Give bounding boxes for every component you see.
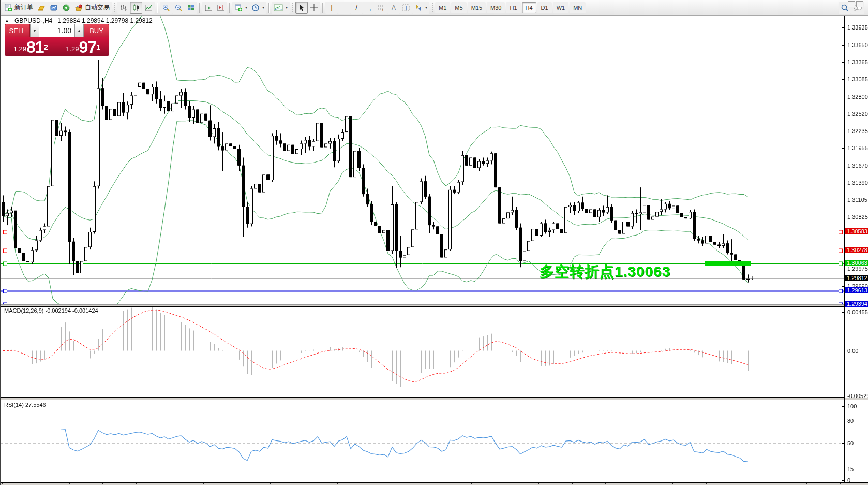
volume-increase-button[interactable]: ▲ xyxy=(74,24,84,37)
bar-chart-button[interactable] xyxy=(117,2,130,14)
rsi-pane-canvas[interactable] xyxy=(1,400,844,482)
buy-price-display[interactable]: 1.29 97 1 xyxy=(57,37,110,56)
time-tick xyxy=(505,483,505,484)
timeframe-button-m30[interactable]: M30 xyxy=(487,2,505,13)
horizontal-line-icon: — xyxy=(341,4,347,11)
time-tick xyxy=(2,483,3,484)
price-tick-label: 1.33365 xyxy=(847,59,868,65)
template-icon xyxy=(274,4,283,11)
rsi-tick-label: 15 xyxy=(847,466,854,472)
time-tick xyxy=(605,483,606,484)
timeframe-button-d1[interactable]: D1 xyxy=(537,2,552,13)
zoom-out-icon xyxy=(174,4,183,12)
fibonacci-button[interactable]: F xyxy=(375,2,387,14)
timeframe-button-m1[interactable]: M1 xyxy=(435,2,450,13)
timeframe-button-mn[interactable]: MN xyxy=(570,2,586,13)
price-tick-label: 1.30825 xyxy=(847,214,868,220)
price-tick-label: 1.32520 xyxy=(847,111,868,117)
zoom-in-button[interactable] xyxy=(160,2,172,14)
zoom-out-button[interactable] xyxy=(172,2,185,14)
signals-button[interactable] xyxy=(60,2,72,14)
crosshair-button[interactable] xyxy=(308,2,320,14)
toolbar-separator xyxy=(199,3,200,13)
chart-shift-icon xyxy=(217,4,225,12)
sell-price-display[interactable]: 1.29 81 2 xyxy=(5,37,57,56)
time-tick xyxy=(304,483,304,484)
text-label-button[interactable]: T xyxy=(400,2,412,14)
cursor-arrow-icon xyxy=(297,4,306,12)
line-chart-icon xyxy=(144,4,153,12)
sell-price-big: 81 xyxy=(26,39,44,55)
price-line-label: 1.30278 xyxy=(845,247,868,253)
time-tick xyxy=(840,483,841,484)
toolbar-separator xyxy=(268,3,270,13)
equidistant-channel-button[interactable]: E xyxy=(363,2,375,14)
price-tick-label: 1.31390 xyxy=(847,180,868,186)
auto-scroll-icon xyxy=(204,4,213,12)
time-tick xyxy=(672,483,673,484)
navigator-button[interactable] xyxy=(48,2,60,14)
autotrading-button[interactable]: 自动交易 xyxy=(72,2,112,14)
toolbar-grip xyxy=(431,3,433,13)
timeframe-button-m5[interactable]: M5 xyxy=(451,2,466,13)
price-line-label: 1.29613 xyxy=(845,287,868,293)
trading-app-window: 新订单 自动交易 xyxy=(0,0,868,485)
svg-text:T: T xyxy=(405,5,408,11)
text-label-icon: T xyxy=(402,4,410,12)
arrows-dropdown[interactable]: ▾ xyxy=(412,2,429,14)
autotrading-icon xyxy=(74,4,83,12)
fibonacci-icon: F xyxy=(377,4,385,12)
toolbar-separator xyxy=(322,3,323,13)
timeframe-button-h4[interactable]: H4 xyxy=(522,2,536,13)
horizontal-line-button[interactable]: — xyxy=(338,2,350,14)
gold-bar-button[interactable] xyxy=(35,2,48,14)
time-tick xyxy=(136,483,137,484)
price-chart-canvas[interactable] xyxy=(1,16,844,304)
price-tick-label: 1.29690 xyxy=(847,283,868,289)
toolbar-separator xyxy=(229,3,230,13)
cursor-button[interactable] xyxy=(295,2,308,14)
new-order-button[interactable]: 新订单 xyxy=(2,2,35,14)
volume-decrease-button[interactable]: ▼ xyxy=(30,24,39,37)
price-axis-line xyxy=(844,16,845,482)
periods-dropdown[interactable]: ▾ xyxy=(249,2,266,14)
tile-windows-button[interactable] xyxy=(185,2,197,14)
svg-text:E: E xyxy=(370,8,372,12)
time-tick xyxy=(773,483,773,484)
timeframe-toolbar: M1M5M15M30H1H4D1W1MN xyxy=(435,2,586,13)
tile-windows-icon xyxy=(187,4,195,12)
macd-pane-canvas[interactable] xyxy=(1,306,844,398)
signals-icon xyxy=(62,4,70,12)
trendline-button[interactable]: / xyxy=(350,2,363,14)
chart-shift-button[interactable] xyxy=(215,2,227,14)
bar-chart-icon xyxy=(119,4,128,12)
buy-price-pip: 1 xyxy=(96,37,100,56)
time-tick xyxy=(69,483,70,484)
auto-scroll-button[interactable] xyxy=(202,2,215,14)
timeframe-button-h1[interactable]: H1 xyxy=(506,2,520,13)
rsi-tick-label: 50 xyxy=(847,440,854,446)
timeframe-button-m15[interactable]: M15 xyxy=(468,2,486,13)
line-chart-button[interactable] xyxy=(142,2,155,14)
price-line-label: 1.29812 xyxy=(845,275,868,281)
sell-button[interactable]: SELL xyxy=(5,24,30,37)
templates-dropdown[interactable]: ▾ xyxy=(272,2,290,14)
price-tick-label: 1.33935 xyxy=(847,24,868,31)
candlestick-chart-button[interactable] xyxy=(130,2,142,14)
time-tick xyxy=(237,483,237,484)
clock-icon xyxy=(251,4,260,12)
timeframe-button-w1[interactable]: W1 xyxy=(553,2,569,13)
price-tick-label: 1.31955 xyxy=(847,145,868,151)
chart-region: ▲ GBPUSD-,H4 1.29834 1.29894 1.29798 1.2… xyxy=(1,16,868,485)
time-tick xyxy=(405,483,405,484)
window-restore-icon[interactable] xyxy=(848,1,855,7)
volume-input[interactable] xyxy=(39,24,74,37)
window-close-icon[interactable] xyxy=(856,1,863,7)
buy-button[interactable]: BUY xyxy=(84,24,109,37)
time-tick xyxy=(102,483,103,484)
navigator-icon xyxy=(50,4,58,12)
new-chart-dropdown[interactable]: ▾ xyxy=(232,2,249,14)
price-line-label: 1.30063 xyxy=(845,260,868,266)
text-button[interactable]: A xyxy=(387,2,400,14)
vertical-line-button[interactable]: | xyxy=(325,2,338,14)
